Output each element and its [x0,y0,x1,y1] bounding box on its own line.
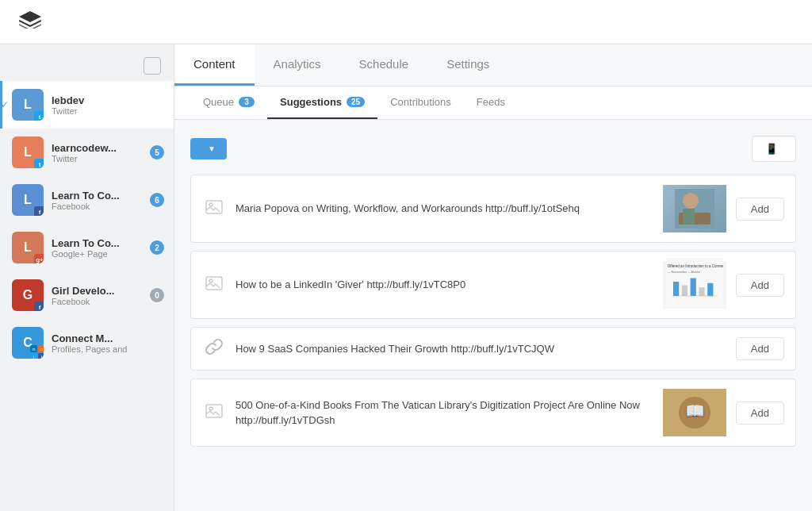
facebook-badge-icon: f [34,302,44,311]
top-controls: ▼ 📱 [190,136,796,162]
active-check-icon: ✓ [1,99,9,110]
suggestion-item: How 9 SaaS Companies Hacked Their Growth… [190,327,796,371]
tab-bar: ContentAnalyticsScheduleSettings [174,44,812,86]
account-avatar: C t f in α [12,327,44,359]
add-suggestion-button[interactable]: Add [736,402,784,425]
account-type: Twitter [52,154,150,163]
logo-area [19,11,742,33]
link-icon [202,338,226,360]
add-account-button[interactable] [144,57,161,75]
account-info: Learn To Co... Google+ Page [52,237,150,259]
svg-rect-10 [673,282,679,296]
account-name: Girl Develo... [52,285,150,297]
suggestions-tab[interactable]: Suggestions25 [267,86,377,119]
tab-label: Content [193,57,236,71]
add-suggestion-button[interactable]: Add [736,198,784,221]
multi-facebook-icon: f [38,353,44,359]
account-type: Twitter [52,106,164,116]
facebook-badge-icon: f [34,206,44,216]
sub-tab-label: Queue [203,96,234,108]
sidebar-item-learntoco-gp[interactable]: L g+ Learn To Co... Google+ Page 2 [0,224,174,271]
tab-label: Analytics [274,57,321,71]
multi-linkedin-icon: in [30,345,37,352]
sidebar: ✓ L t lebdev Twitter L t learncodew... T… [0,44,174,511]
sub-tab-badge: 25 [347,97,365,107]
sub-tab-badge: 3 [239,97,255,107]
sub-tab-label: Suggestions [280,96,342,108]
contributions-tab[interactable]: Contributions [377,86,464,119]
sidebar-item-connectm[interactable]: C t f in α Connect M... Profiles, Pages … [0,319,174,367]
svg-point-1 [209,203,213,206]
content-tab[interactable]: Content [174,44,255,86]
twitter-badge-icon: t [34,159,44,168]
sidebar-header [0,44,174,81]
content-area: ContentAnalyticsScheduleSettings Queue3S… [174,44,812,511]
account-name: Learn To Co... [52,237,150,249]
svg-text:📖: 📖 [684,402,704,421]
sub-tab-bar: Queue3Suggestions25ContributionsFeeds [174,86,812,120]
top-nav [0,0,812,44]
image-icon [202,402,226,423]
account-type: Facebook [52,297,150,306]
add-suggestion-button[interactable]: Add [736,337,784,360]
main-layout: ✓ L t lebdev Twitter L t learncodew... T… [0,44,812,511]
tab-label: Settings [446,57,489,71]
sub-tab-label: Feeds [477,96,505,108]
feeds-tab[interactable]: Feeds [464,86,518,119]
account-count-badge: 6 [150,193,164,207]
suggestion-item: How to be a LinkedIn 'Giver' http://buff… [190,251,796,319]
sidebar-accounts-list: ✓ L t lebdev Twitter L t learncodew... T… [0,81,174,367]
svg-rect-5 [683,209,695,225]
suggestion-thumbnail: Offered an Introduction to a Connec... —… [663,261,726,309]
account-info: lebdev Twitter [52,94,164,116]
account-type: Profiles, Pages and [52,344,164,354]
svg-rect-14 [707,283,713,296]
sub-tab-label: Contributions [390,96,451,108]
account-name: Connect M... [52,332,164,344]
account-info: learncodew... Twitter [52,142,150,163]
mobile-icon: 📱 [765,143,778,155]
sidebar-item-girldevelo[interactable]: G f Girl Develo... Facebook 0 [0,271,174,319]
settings-tab[interactable]: Settings [427,44,508,86]
suggestion-text: How 9 SaaS Companies Hacked Their Growth… [236,341,726,357]
account-info: Girl Develo... Facebook [52,285,150,306]
account-avatar: G f [12,279,44,311]
account-count-badge: 5 [150,145,164,159]
schedule-tab[interactable]: Schedule [340,44,428,86]
googleplus-badge-icon: g+ [34,254,44,263]
account-type: Facebook [52,202,150,211]
account-avatar: L t [12,89,44,121]
viewing-topics-button[interactable]: ▼ [190,138,227,159]
svg-rect-11 [682,286,688,297]
multi-other-icon: α [38,345,44,352]
suggestion-text: Maria Popova on Writing, Workflow, and W… [236,201,653,217]
svg-point-7 [209,279,213,282]
account-info: Learn To Co... Facebook [52,190,150,211]
suggestion-text: 500 One-of-a-Kind Books From The Vatican… [236,398,653,428]
account-count-badge: 2 [150,240,164,255]
svg-text:— Nonmember  — Alumni: — Nonmember — Alumni [668,271,700,274]
dropdown-caret-icon: ▼ [208,144,216,153]
queue-tab[interactable]: Queue3 [190,86,267,119]
content-main: ▼ 📱 Maria Popova on Writing, Workflow, a… [174,120,812,511]
account-avatar: L f [12,184,44,216]
svg-point-3 [683,193,699,209]
analytics-tab[interactable]: Analytics [255,44,340,86]
multi-twitter-icon: t [30,353,37,359]
svg-rect-12 [690,279,695,297]
sidebar-item-learncodew[interactable]: L t learncodew... Twitter 5 [0,129,174,176]
svg-point-17 [209,407,213,410]
account-type: Google+ Page [52,249,150,259]
get-suggestions-ios-button[interactable]: 📱 [752,136,796,162]
suggestion-item: 500 One-of-a-Kind Books From The Vatican… [190,378,796,447]
sidebar-item-lebdev[interactable]: ✓ L t lebdev Twitter [0,81,174,129]
account-count-badge: 0 [150,288,164,302]
add-suggestion-button[interactable]: Add [736,274,784,297]
multi-social-badges-2: in α [30,345,44,352]
image-icon [202,275,226,295]
account-name: Learn To Co... [52,190,150,202]
sidebar-item-learntoco-fb[interactable]: L f Learn To Co... Facebook 6 [0,176,174,224]
account-info: Connect M... Profiles, Pages and [52,332,164,354]
suggestion-item: Maria Popova on Writing, Workflow, and W… [190,175,796,243]
account-avatar: L g+ [12,232,44,263]
